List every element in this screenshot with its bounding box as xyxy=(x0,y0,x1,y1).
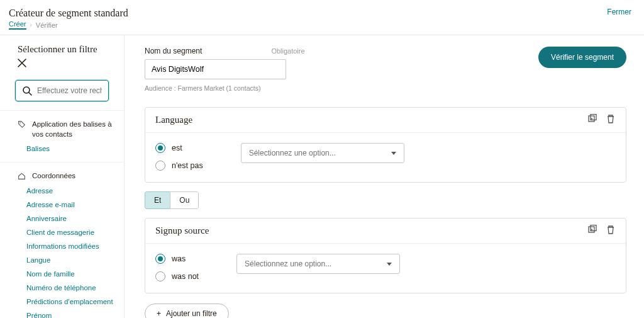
sidebar-link[interactable]: Client de messagerie xyxy=(0,225,124,239)
layout: Sélectionner un filtre Application des b… xyxy=(0,35,644,318)
search-input[interactable] xyxy=(37,86,102,95)
header-left: Créateur de segment standard Créer › Vér… xyxy=(9,8,128,30)
audience-line: Audience : Farmers Market (1 contacts) xyxy=(145,84,305,92)
breadcrumb-step-verify[interactable]: Vérifier xyxy=(36,21,58,29)
condition-actions xyxy=(587,114,616,126)
sidebar-link[interactable]: Numéro de téléphone xyxy=(0,281,124,295)
radio-label: est xyxy=(172,144,182,152)
logic-and[interactable]: Et xyxy=(145,191,170,209)
sidebar-link[interactable]: Nom de famille xyxy=(0,267,124,281)
add-filter-label: Ajouter un filtre xyxy=(166,309,217,318)
chevron-down-icon xyxy=(391,152,396,155)
sidebar-link[interactable]: Adresse xyxy=(0,184,124,198)
sidebar-link[interactable]: Langue xyxy=(0,253,124,267)
condition-title: Signup source xyxy=(155,225,209,236)
tag-icon xyxy=(18,120,26,130)
sidebar: Sélectionner un filtre Application des b… xyxy=(0,35,125,318)
sidebar-link[interactable]: Prédictions d'emplacement xyxy=(0,295,124,309)
filter-section-coordonnees: Coordonnées Adresse Adresse e-mail Anniv… xyxy=(0,162,124,318)
name-label: Nom du segment xyxy=(145,47,202,55)
sidebar-link[interactable]: Adresse e-mail xyxy=(0,198,124,212)
filter-section-label: Coordonnées xyxy=(32,171,75,181)
condition-title: Language xyxy=(155,115,192,125)
filter-section-label: Application des balises à vos contacts xyxy=(32,120,114,139)
filter-section-tags: Application des balises à vos contacts B… xyxy=(0,110,124,162)
close-icon[interactable] xyxy=(18,59,26,70)
verify-segment-button[interactable]: Vérifier le segment xyxy=(538,47,626,68)
sidebar-link[interactable]: Anniversaire xyxy=(0,212,124,225)
operator-radios: est n'est pas xyxy=(155,143,203,171)
radio-label: was not xyxy=(172,272,199,281)
value-select[interactable]: Sélectionnez une option... xyxy=(236,254,400,274)
radio-dot-icon xyxy=(155,254,165,264)
radio-est[interactable]: est xyxy=(155,143,203,153)
delete-icon[interactable] xyxy=(606,114,616,126)
name-block: Nom du segment Obligatoire Audience : Fa… xyxy=(145,47,305,92)
radio-label: was xyxy=(172,254,186,263)
breadcrumb: Créer › Vérifier xyxy=(9,20,128,30)
main: Nom du segment Obligatoire Audience : Fa… xyxy=(125,35,644,318)
condition-body: est n'est pas Sélectionnez une option... xyxy=(145,133,626,182)
radio-dot-icon xyxy=(155,271,165,281)
condition-header: Signup source xyxy=(145,219,626,244)
close-link[interactable]: Fermer xyxy=(607,8,631,16)
sidebar-title: Sélectionner un filtre xyxy=(18,44,109,55)
select-placeholder: Sélectionnez une option... xyxy=(249,149,336,157)
chevron-down-icon xyxy=(387,263,392,266)
operator-radios: was was not xyxy=(155,254,199,281)
radio-dot-icon xyxy=(155,143,165,153)
add-filter-button[interactable]: + Ajouter un filtre xyxy=(145,304,229,318)
radio-label: n'est pas xyxy=(172,161,203,170)
breadcrumb-step-create[interactable]: Créer xyxy=(9,20,26,30)
condition-actions xyxy=(587,225,616,237)
duplicate-icon[interactable] xyxy=(587,225,597,237)
name-labels: Nom du segment Obligatoire xyxy=(145,47,305,55)
search-input-wrapper[interactable] xyxy=(15,80,109,101)
search-wrap xyxy=(0,80,124,110)
value-select[interactable]: Sélectionnez une option... xyxy=(241,143,404,163)
select-placeholder: Sélectionnez une option... xyxy=(245,259,331,268)
search-icon xyxy=(22,86,32,96)
svg-line-1 xyxy=(29,93,31,95)
logic-toggle: Et Ou xyxy=(145,191,199,209)
sidebar-link-balises[interactable]: Balises xyxy=(0,142,124,156)
condition-card-signup-source: Signup source was xyxy=(145,218,626,293)
segment-name-input[interactable] xyxy=(145,59,286,79)
condition-header: Language xyxy=(145,108,626,133)
condition-body: was was not Sélectionnez une option... xyxy=(145,244,626,293)
page-title: Créateur de segment standard xyxy=(9,8,128,19)
plus-icon: + xyxy=(157,309,161,318)
radio-was-not[interactable]: was not xyxy=(155,271,199,281)
chevron-right-icon: › xyxy=(30,21,32,28)
svg-point-2 xyxy=(19,122,21,123)
sidebar-link[interactable]: Informations modifiées xyxy=(0,239,124,253)
logic-or[interactable]: Ou xyxy=(170,191,199,209)
top-header: Créateur de segment standard Créer › Vér… xyxy=(0,0,644,35)
home-icon xyxy=(18,172,26,181)
radio-was[interactable]: was xyxy=(155,254,199,264)
sidebar-link[interactable]: Prénom xyxy=(0,309,124,318)
segment-header-row: Nom du segment Obligatoire Audience : Fa… xyxy=(145,47,626,92)
sidebar-header: Sélectionner un filtre xyxy=(0,35,124,76)
radio-nest-pas[interactable]: n'est pas xyxy=(155,161,203,171)
radio-dot-icon xyxy=(155,161,165,171)
filter-section-head[interactable]: Application des balises à vos contacts xyxy=(0,117,124,142)
filter-section-head[interactable]: Coordonnées xyxy=(0,169,124,184)
required-label: Obligatoire xyxy=(271,47,304,55)
delete-icon[interactable] xyxy=(606,225,616,237)
condition-card-language: Language est xyxy=(145,107,626,183)
duplicate-icon[interactable] xyxy=(587,114,597,126)
